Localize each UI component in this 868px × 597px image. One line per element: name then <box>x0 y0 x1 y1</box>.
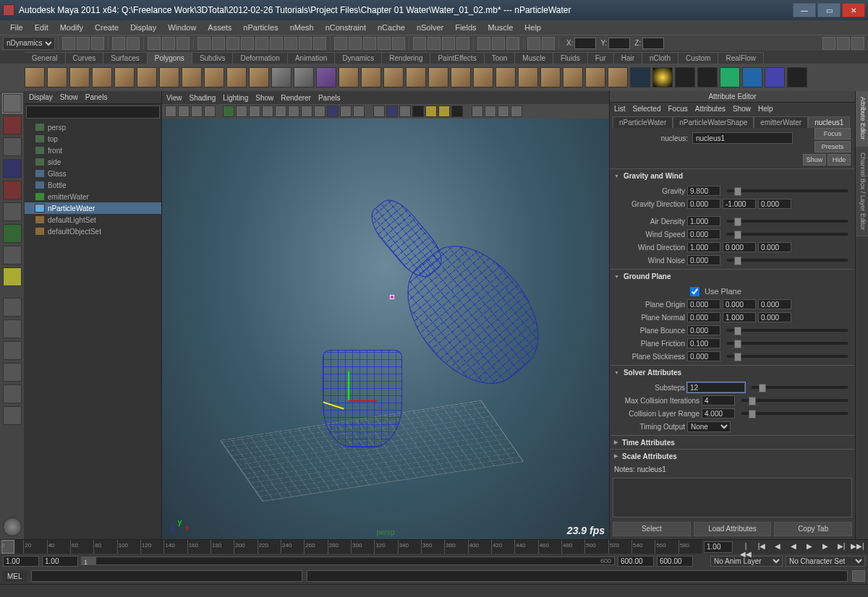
shelf-tab-general[interactable]: General <box>25 52 66 64</box>
vp-menu-show[interactable]: Show <box>255 94 273 102</box>
coord-z-field[interactable] <box>642 38 664 49</box>
shelf-tab-muscle[interactable]: Muscle <box>515 52 553 64</box>
snap4-icon[interactable] <box>378 37 391 50</box>
viewport[interactable]: yxz persp 23.9 fps <box>162 119 609 539</box>
script-editor-icon[interactable] <box>852 570 865 582</box>
ae-menu-attributes[interactable]: Attributes <box>695 105 726 113</box>
ae-menu-selected[interactable]: Selected <box>633 105 661 113</box>
plane-bounce-field[interactable] <box>687 325 720 335</box>
substeps-slider[interactable] <box>752 386 848 389</box>
menu-edit[interactable]: Edit <box>29 22 54 33</box>
ae-node-name-field[interactable] <box>692 132 793 144</box>
poly-prism-icon[interactable] <box>159 67 179 87</box>
ae-focus-button[interactable]: Focus <box>814 128 851 139</box>
gizmo-y-axis[interactable] <box>348 371 349 400</box>
vp-image-plane-icon[interactable] <box>204 106 216 117</box>
character-set-select[interactable]: No Character Set <box>786 556 865 567</box>
show-manip-tool[interactable] <box>3 267 22 286</box>
wind-dir-y[interactable] <box>723 242 756 252</box>
shelf-tab-fur[interactable]: Fur <box>588 52 614 64</box>
vp-textured-icon[interactable] <box>327 106 339 117</box>
ae-tab-nparticle[interactable]: nParticleWater <box>613 116 673 128</box>
ae-section-ground-header[interactable]: Ground Plane <box>610 270 855 283</box>
save-scene-icon[interactable] <box>91 37 104 50</box>
ae-menu-help[interactable]: Help <box>758 105 773 113</box>
plane-stickiness-field[interactable] <box>687 351 720 361</box>
gravity-slider[interactable] <box>727 189 848 192</box>
shelf-tab-dynamics[interactable]: Dynamics <box>335 52 382 64</box>
menu-ncache[interactable]: nCache <box>372 22 411 33</box>
checker5-icon[interactable] <box>765 67 785 87</box>
playback-start-field[interactable] <box>42 556 78 567</box>
misc2-icon[interactable] <box>542 37 555 50</box>
shelf-tab-curves[interactable]: Curves <box>66 52 104 64</box>
cut-icon[interactable] <box>473 67 493 87</box>
snap5-icon[interactable] <box>392 37 405 50</box>
poly-helix-icon[interactable] <box>226 67 247 87</box>
wind-dir-x[interactable] <box>687 242 720 252</box>
lasso-tool[interactable] <box>3 116 22 134</box>
vp-safe-title-icon[interactable] <box>288 106 299 117</box>
rotate-tool[interactable] <box>3 181 22 199</box>
ae-section-scale-header[interactable]: Scale Attributes <box>610 450 855 463</box>
plane-friction-slider[interactable] <box>727 342 848 345</box>
poly-pyramid-icon[interactable] <box>182 67 202 87</box>
outliner-node-bottle[interactable]: Bottle <box>25 179 161 191</box>
coord-x-field[interactable] <box>574 38 596 49</box>
vp-grid-icon[interactable] <box>223 106 234 117</box>
ae-copy-button[interactable]: Copy Tab <box>774 522 852 536</box>
max-collision-slider[interactable] <box>741 399 848 402</box>
go-start-icon[interactable]: |◀◀ <box>739 542 752 552</box>
poly-pipe-icon[interactable] <box>204 67 224 87</box>
vp-isolate-icon[interactable] <box>373 106 385 117</box>
layout1-icon[interactable] <box>822 37 835 50</box>
universal-manip-tool[interactable] <box>3 224 22 243</box>
mask9-icon[interactable] <box>313 37 326 50</box>
vp-res-gate-icon[interactable] <box>249 106 260 117</box>
ae-tab-emitter[interactable]: emitterWater <box>754 116 808 128</box>
menu-file[interactable]: File <box>4 22 29 33</box>
ae-notes-field[interactable] <box>613 478 852 517</box>
play-back-icon[interactable]: ◀ <box>787 542 800 552</box>
outliner-node-objectset[interactable]: defaultObjectSet <box>25 226 161 237</box>
menu-help[interactable]: Help <box>519 22 547 33</box>
plane-origin-x[interactable] <box>687 299 720 309</box>
fill-icon[interactable] <box>540 67 561 87</box>
ae-section-gravity-header[interactable]: Gravity and Wind <box>610 169 855 182</box>
menu-nsolver[interactable]: nSolver <box>411 22 449 33</box>
snap3-icon[interactable] <box>363 37 376 50</box>
collision-layer-field[interactable] <box>702 408 735 418</box>
normals-icon[interactable] <box>630 67 650 87</box>
step-fwd-icon[interactable]: ▶ <box>819 542 832 552</box>
combine-icon[interactable] <box>339 67 359 87</box>
ae-presets-button[interactable]: Presets <box>814 141 851 153</box>
outliner-menu-panels[interactable]: Panels <box>85 93 108 101</box>
extract-icon[interactable] <box>361 67 381 87</box>
step-back-key-icon[interactable]: |◀ <box>755 542 768 552</box>
outliner-node-nparticle[interactable]: nParticleWater <box>25 202 161 214</box>
layout-persp-icon[interactable] <box>3 363 22 382</box>
outliner-node-persp[interactable]: persp <box>25 121 161 133</box>
outliner-node-glass[interactable]: Glass <box>25 168 161 179</box>
go-end-icon[interactable]: ▶▶| <box>851 542 864 552</box>
vp-render4-icon[interactable] <box>511 106 522 117</box>
cmd-lang-label[interactable]: MEL <box>3 571 27 582</box>
ae-section-solver-header[interactable]: Solver Attributes <box>610 366 855 379</box>
maximize-button[interactable]: ▭ <box>817 3 841 17</box>
menu-muscle[interactable]: Muscle <box>482 22 519 33</box>
poly-cylinder-icon[interactable] <box>69 67 90 87</box>
shelf-tab-custom[interactable]: Custom <box>678 52 718 64</box>
poly-cone-icon[interactable] <box>92 67 112 87</box>
timing-output-select[interactable]: None <box>687 421 731 432</box>
plane-origin-z[interactable] <box>758 299 791 309</box>
plane-normal-z[interactable] <box>758 312 791 322</box>
poly-text-icon[interactable] <box>294 67 314 87</box>
vp-lock-cam-icon[interactable] <box>178 106 190 117</box>
use-plane-checkbox[interactable] <box>690 287 699 296</box>
checker2-icon[interactable] <box>697 67 718 87</box>
menu-create[interactable]: Create <box>89 22 124 33</box>
mask2-icon[interactable] <box>212 37 225 50</box>
render2-icon[interactable] <box>427 37 441 50</box>
vp-xray-joints-icon[interactable] <box>399 106 411 117</box>
range-slider-track[interactable]: 1 600 <box>81 557 615 565</box>
